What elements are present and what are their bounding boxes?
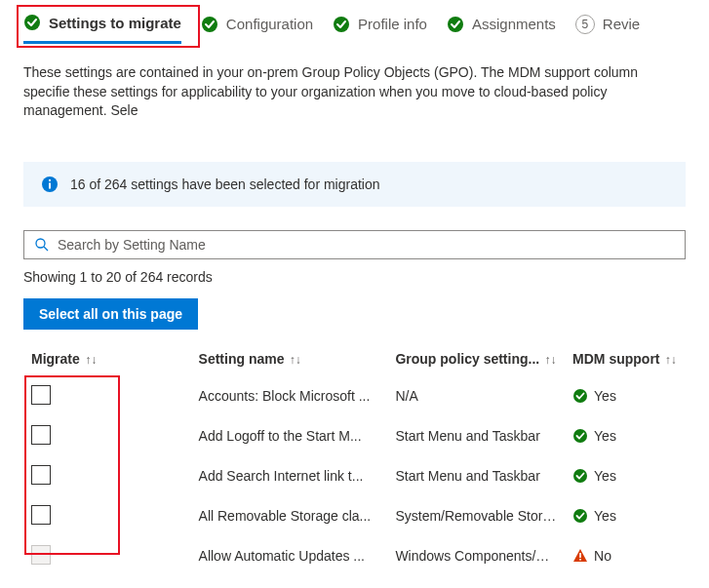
mdm-cell: Yes <box>572 388 678 404</box>
svg-point-3 <box>448 17 463 32</box>
settings-table: Migrate ↑↓ Setting name ↑↓ Group policy … <box>23 341 686 576</box>
banner-text: 16 of 264 settings have been selected fo… <box>70 176 380 192</box>
svg-rect-14 <box>579 559 581 561</box>
setting-name-cell[interactable]: All Removable Storage cla... <box>191 496 388 536</box>
svg-point-0 <box>24 15 40 30</box>
tab-step-2[interactable]: Configuration <box>201 16 313 43</box>
mdm-cell: Yes <box>572 428 678 444</box>
info-banner: 16 of 264 settings have been selected fo… <box>23 162 686 207</box>
table-row: All Removable Storage cla...System/Remov… <box>23 496 686 536</box>
migrate-checkbox[interactable] <box>31 505 51 525</box>
setting-name-cell[interactable]: Add Search Internet link t... <box>191 456 388 496</box>
tab-step-1[interactable]: Settings to migrate <box>23 14 181 44</box>
svg-point-12 <box>573 509 587 523</box>
table-row: Add Logoff to the Start M...Start Menu a… <box>23 416 686 456</box>
svg-point-1 <box>202 17 217 32</box>
tab-label: Settings to migrate <box>49 15 181 31</box>
svg-point-7 <box>36 239 45 248</box>
check-icon <box>23 14 41 31</box>
gpo-cell: Windows Components/Wi... <box>387 536 565 576</box>
check-icon <box>572 388 588 404</box>
sort-icon: ↑↓ <box>662 353 677 367</box>
svg-line-8 <box>44 247 48 251</box>
step-number-icon: 5 <box>575 15 595 34</box>
tab-label: Assignments <box>472 16 556 32</box>
check-icon <box>572 428 588 444</box>
svg-rect-5 <box>49 182 51 188</box>
tab-step-5[interactable]: 5Revie <box>575 15 640 44</box>
tab-label: Profile info <box>358 16 427 32</box>
mdm-cell: Yes <box>572 508 678 524</box>
mdm-cell: Yes <box>572 468 678 484</box>
svg-point-11 <box>573 469 587 483</box>
search-container <box>23 230 686 259</box>
sort-icon: ↑↓ <box>286 353 300 367</box>
svg-point-9 <box>573 389 587 403</box>
table-row: Accounts: Block Microsoft ...N/AYes <box>23 376 686 416</box>
col-header-mdm[interactable]: MDM support ↑↓ <box>565 341 686 376</box>
setting-name-cell[interactable]: Add Logoff to the Start M... <box>191 416 388 456</box>
wizard-tabs: Settings to migrateConfigurationProfile … <box>0 0 709 44</box>
col-header-gpo[interactable]: Group policy setting... ↑↓ <box>387 341 565 376</box>
svg-point-10 <box>573 429 587 443</box>
sort-icon: ↑↓ <box>541 353 556 367</box>
check-icon <box>572 468 588 484</box>
col-header-setting-name[interactable]: Setting name ↑↓ <box>191 341 388 376</box>
check-icon <box>447 16 464 33</box>
select-all-button[interactable]: Select all on this page <box>23 298 198 330</box>
tab-step-4[interactable]: Assignments <box>447 16 556 43</box>
search-box[interactable] <box>23 230 686 259</box>
migrate-checkbox[interactable] <box>31 385 51 405</box>
gpo-cell: Start Menu and Taskbar <box>387 416 565 456</box>
migrate-checkbox <box>31 545 51 565</box>
description-text: These settings are contained in your on-… <box>0 44 709 121</box>
col-header-migrate[interactable]: Migrate ↑↓ <box>23 341 191 376</box>
gpo-cell: Start Menu and Taskbar <box>387 456 565 496</box>
svg-rect-13 <box>579 553 581 558</box>
svg-rect-6 <box>49 179 51 181</box>
info-icon <box>41 176 59 193</box>
record-count: Showing 1 to 20 of 264 records <box>0 259 709 285</box>
gpo-cell: System/Removable Storag... <box>387 496 565 536</box>
setting-name-cell[interactable]: Accounts: Block Microsoft ... <box>191 376 388 416</box>
table-row: Add Search Internet link t...Start Menu … <box>23 456 686 496</box>
check-icon <box>333 16 350 33</box>
search-input[interactable] <box>58 237 675 253</box>
check-icon <box>201 16 218 33</box>
search-icon <box>34 237 50 253</box>
warning-icon <box>572 548 588 564</box>
gpo-cell: N/A <box>387 376 565 416</box>
migrate-checkbox[interactable] <box>31 465 51 485</box>
check-icon <box>572 508 588 524</box>
table-row: Allow Automatic Updates ...Windows Compo… <box>23 536 686 576</box>
setting-name-cell[interactable]: Allow Automatic Updates ... <box>191 536 388 576</box>
mdm-cell: No <box>572 548 678 564</box>
svg-point-2 <box>334 17 349 32</box>
tab-step-3[interactable]: Profile info <box>333 16 427 43</box>
sort-icon: ↑↓ <box>82 353 97 367</box>
tab-label: Configuration <box>226 16 313 32</box>
migrate-checkbox[interactable] <box>31 425 51 445</box>
tab-label: Revie <box>603 16 640 32</box>
